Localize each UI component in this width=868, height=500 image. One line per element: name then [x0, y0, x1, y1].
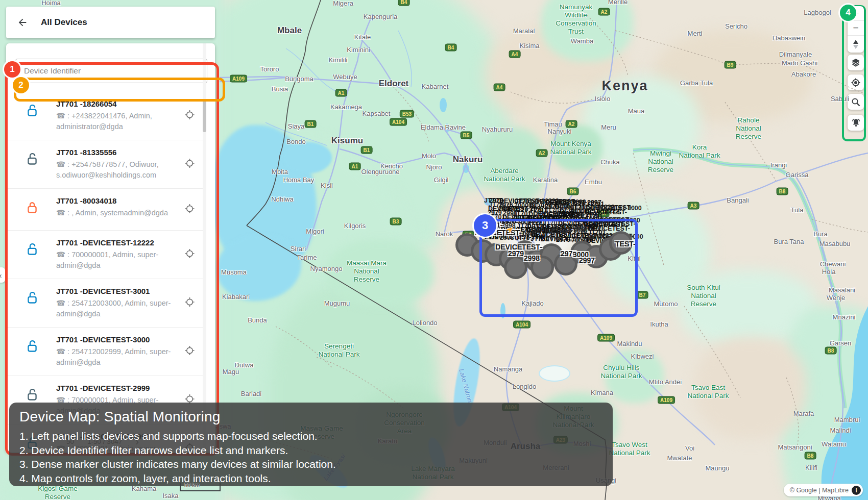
map-attribution: © Google | MapLibre i: [784, 484, 863, 496]
device-id: JT701 -81335556: [56, 148, 182, 157]
device-id: JT701 -DEVICETEST-12222: [56, 238, 182, 247]
lock-open-icon: [26, 103, 39, 117]
overlay-item: 3. Dense marker cluster indicates many d…: [19, 457, 602, 471]
lock-status-icon: [26, 152, 39, 168]
device-id: JT701 -DEVICETEST-3001: [56, 287, 182, 295]
attribution-text: © Google | MapLibre: [790, 487, 849, 494]
lock-status-icon: [26, 200, 39, 216]
overlay-item: 1. Left panel lists devices and supports…: [19, 429, 602, 443]
device-id: JT701 -DEVICETEST-2999: [56, 384, 182, 392]
device-list: JT701 -18266054 ☎ : +243822041476, Admin…: [6, 92, 206, 453]
overlay-items: 1. Left panel lists devices and supports…: [19, 429, 602, 485]
locate-device-icon: [184, 203, 195, 214]
device-info: ☎ : 254712003000, Admin, super-admin@dgd…: [56, 298, 185, 319]
device-row[interactable]: JT701 -80034018 ☎ : , Admin, systemadmin…: [6, 188, 206, 230]
locate-device-icon: [184, 158, 195, 169]
explainer-overlay: Device Map: Spatial Monitoring 1. Left p…: [9, 403, 613, 486]
pitch-down-icon: [853, 45, 858, 49]
overlay-item: 4. Map controls for zoom, layer, and int…: [19, 471, 602, 486]
map-scale-bar: 50 km: [180, 483, 221, 491]
zoom-control-group: + −: [848, 6, 864, 53]
lock-status-icon: [26, 387, 39, 404]
device-list-panel: JT701 -18266054 ☎ : +243822041476, Admin…: [6, 43, 215, 453]
pitch-toggle-button[interactable]: [848, 36, 864, 53]
lock-open-icon: [26, 339, 39, 353]
device-info: ☎ : 254712002999, Admin, super-admin@dgd…: [56, 346, 185, 368]
locate-on-map-button[interactable]: [184, 345, 195, 358]
locate-on-map-button[interactable]: [184, 158, 195, 171]
lock-status-icon: [26, 103, 39, 119]
locate-device-icon: [184, 110, 195, 120]
pitch-up-icon: [853, 40, 858, 44]
device-info: ☎ : +254758778577, Odiwuor, s.odiwuor@ke…: [56, 159, 185, 181]
device-info: ☎ : +243822041476, Admin, administrator@…: [56, 111, 185, 132]
device-info: ☎ : , Admin, systemadmin@dgda: [56, 208, 185, 218]
locate-device-icon: [184, 345, 195, 356]
device-info: ☎ : 700000001, Admin, super-admin@dgda: [56, 249, 185, 271]
lock-open-icon: [26, 290, 39, 305]
device-row[interactable]: JT701 -DEVICETEST-3001 ☎ : 254712003000,…: [6, 279, 206, 327]
locate-device-icon: [184, 248, 195, 259]
device-id: JT701 -80034018: [56, 196, 182, 205]
device-identifier-filter[interactable]: [15, 59, 207, 83]
lock-status-icon: [26, 339, 39, 355]
info-icon[interactable]: i: [852, 486, 861, 495]
device-row[interactable]: JT701 -18266054 ☎ : +243822041476, Admin…: [6, 92, 206, 140]
lock-closed-icon: [26, 200, 39, 214]
lock-open-icon: [26, 242, 39, 256]
device-id: JT701 -DEVICETEST-3000: [56, 335, 182, 344]
locate-on-map-button[interactable]: [184, 248, 195, 261]
locate-device-icon: [184, 297, 195, 308]
app-window: HoimaMigeraMbaleKapenguriaKitaleKiminini…: [0, 0, 868, 500]
zoom-out-button[interactable]: −: [848, 21, 864, 36]
zoom-in-button[interactable]: +: [848, 6, 864, 21]
lock-open-icon: [26, 387, 39, 402]
device-row[interactable]: JT701 -81335556 ☎ : +254758778577, Odiwu…: [6, 140, 206, 188]
scrollbar-thumb[interactable]: [203, 99, 206, 132]
device-row[interactable]: JT701 -DEVICETEST-3000 ☎ : 254712002999,…: [6, 327, 206, 376]
overlay-title: Device Map: Spatial Monitoring: [19, 409, 602, 425]
panel-collapse-handle[interactable]: ‹: [0, 267, 5, 283]
panel-header: All Devices: [6, 7, 215, 38]
locate-on-map-button[interactable]: [184, 297, 195, 310]
panel-title: All Devices: [41, 17, 87, 28]
device-id: JT701 -18266054: [56, 99, 182, 108]
locate-on-map-button[interactable]: [184, 110, 195, 122]
back-button[interactable]: [15, 15, 30, 30]
overlay-item: 2. Device Identifier filter narrows devi…: [19, 443, 602, 458]
locate-on-map-button[interactable]: [184, 203, 195, 216]
lock-status-icon: [26, 242, 39, 258]
device-identifier-input[interactable]: [23, 66, 200, 76]
lock-open-icon: [26, 152, 39, 166]
device-row[interactable]: JT701 -DEVICETEST-12222 ☎ : 700000001, A…: [6, 230, 206, 279]
arrow-left-icon: [17, 17, 28, 28]
lock-status-icon: [26, 290, 39, 307]
